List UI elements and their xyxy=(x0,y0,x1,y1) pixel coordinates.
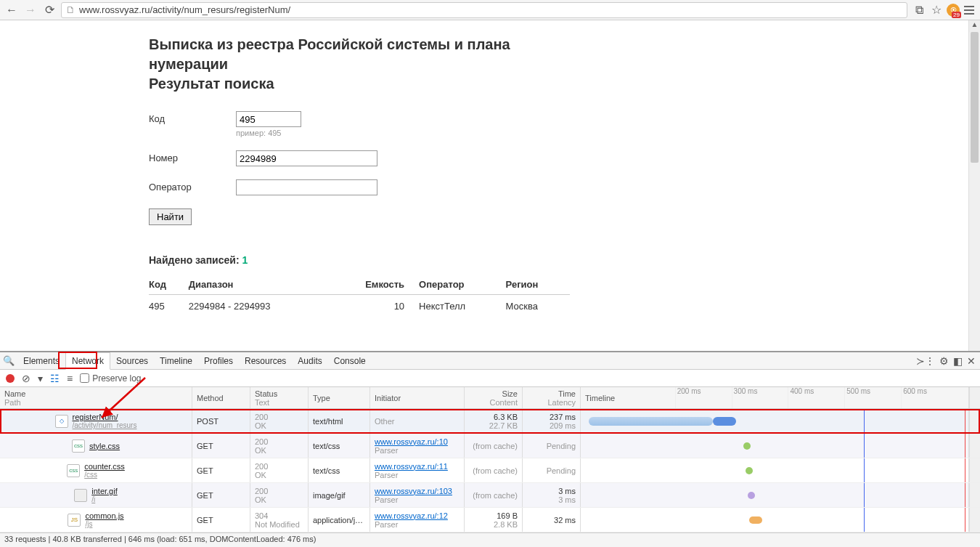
bookmark-star-icon[interactable]: ☆ xyxy=(929,3,944,17)
view-icon[interactable]: ☷ xyxy=(50,373,60,384)
url-text: www.rossvyaz.ru/activity/num_resurs/regi… xyxy=(79,4,290,15)
input-operator[interactable] xyxy=(236,179,377,195)
results-table: Код Диапазон Емкость Оператор Регион 495… xyxy=(149,275,570,317)
th-range: Диапазон xyxy=(189,275,332,295)
tab-profiles[interactable]: Profiles xyxy=(198,352,239,370)
th-capacity: Емкость xyxy=(332,275,419,295)
find-button[interactable]: Найти xyxy=(149,208,192,225)
extension-icon[interactable]: ⦿29 xyxy=(947,4,960,17)
found-count: Найдено записей: 1 xyxy=(149,254,968,266)
tab-console[interactable]: Console xyxy=(328,352,372,370)
label-code: Код xyxy=(149,111,236,124)
network-row[interactable]: csscounter.css/cssGET200OKtext/csswww.ro… xyxy=(0,458,980,483)
browser-menu-icon[interactable] xyxy=(963,4,976,17)
page-icon: 🗋 xyxy=(65,4,76,15)
tab-timeline[interactable]: Timeline xyxy=(154,352,198,370)
network-row[interactable]: registerNum//activity/num_resursPOST200O… xyxy=(0,409,980,434)
tab-resources[interactable]: Resources xyxy=(239,352,292,370)
network-row[interactable]: JScommon.js/jsGET304Not Modifiedapplicat… xyxy=(0,508,980,532)
copy-icon[interactable]: ⧉ xyxy=(912,3,926,17)
inspect-icon[interactable]: 🔍 xyxy=(0,355,17,366)
settings-gear-icon[interactable]: ⚙ xyxy=(939,355,949,367)
filter-icon[interactable]: ▾ xyxy=(38,373,43,384)
clear-icon[interactable]: ⊘ xyxy=(22,373,30,384)
back-button[interactable]: ← xyxy=(4,3,19,17)
th-code: Код xyxy=(149,275,189,295)
tab-sources[interactable]: Sources xyxy=(110,352,154,370)
network-table-header: NamePath Method StatusText Type Initiato… xyxy=(0,387,980,409)
forward-button[interactable]: → xyxy=(23,3,38,17)
table-row: 495 2294984 - 2294993 10 НекстТелл Москв… xyxy=(149,295,570,318)
tab-audits[interactable]: Audits xyxy=(292,352,327,370)
hint-code: пример: 495 xyxy=(236,129,301,137)
reload-button[interactable]: ⟳ xyxy=(42,3,57,17)
drawer-icon[interactable]: ≻⋮ xyxy=(916,355,935,367)
address-bar[interactable]: 🗋 www.rossvyaz.ru/activity/num_resurs/re… xyxy=(61,2,907,18)
label-operator: Оператор xyxy=(149,179,236,193)
page-scrollbar[interactable]: ▲ xyxy=(968,20,980,351)
devtools-panel: 🔍 Elements Network Sources Timeline Prof… xyxy=(0,351,980,547)
tab-elements[interactable]: Elements xyxy=(17,352,65,370)
dock-icon[interactable]: ◧ xyxy=(953,355,963,367)
tab-network[interactable]: Network xyxy=(65,352,110,370)
extension-badge: 29 xyxy=(952,12,961,18)
network-status-bar: 33 requests | 40.8 KB transferred | 646 … xyxy=(0,532,980,547)
record-button[interactable] xyxy=(6,374,15,383)
th-region: Регион xyxy=(506,275,570,295)
network-toolbar: ⊘ ▾ ☷ ≡ Preserve log xyxy=(0,370,980,387)
view2-icon[interactable]: ≡ xyxy=(67,373,73,384)
input-code[interactable] xyxy=(236,111,301,127)
page-title: Выписка из реестра Российской системы и … xyxy=(149,35,584,94)
devtools-tabs: 🔍 Elements Network Sources Timeline Prof… xyxy=(0,352,980,370)
input-number[interactable] xyxy=(236,150,377,166)
label-number: Номер xyxy=(149,150,236,163)
network-row[interactable]: cssstyle.cssGET200OKtext/csswww.rossvyaz… xyxy=(0,434,980,458)
network-rows: registerNum//activity/num_resursPOST200O… xyxy=(0,409,980,532)
browser-toolbar: ← → ⟳ 🗋 www.rossvyaz.ru/activity/num_res… xyxy=(0,0,980,20)
th-operator: Оператор xyxy=(419,275,506,295)
close-devtools-icon[interactable]: ✕ xyxy=(967,355,976,367)
preserve-log-checkbox[interactable]: Preserve log xyxy=(80,373,141,384)
page-content: Выписка из реестра Российской системы и … xyxy=(0,20,968,332)
network-row[interactable]: inter.gif/iGET200OKimage/gifwww.rossvyaz… xyxy=(0,483,980,508)
